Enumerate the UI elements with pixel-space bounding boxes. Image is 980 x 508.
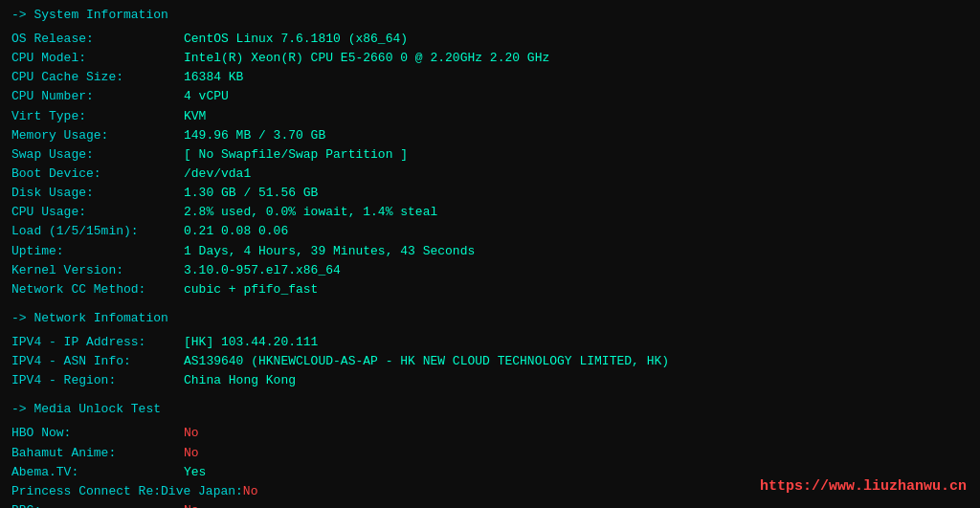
row-value: 4 vCPU [184,87,229,106]
info-row: BBC:No [11,501,969,508]
info-row: Virt Type:KVM [11,107,969,126]
row-label: Network CC Method: [11,280,184,299]
row-label: CPU Cache Size: [11,68,184,87]
info-row: Kernel Version:3.10.0-957.el7.x86_64 [11,261,969,280]
row-value: CentOS Linux 7.6.1810 (x86_64) [184,30,408,49]
info-row: Uptime:1 Days, 4 Hours, 39 Minutes, 43 S… [11,242,969,261]
terminal-container: -> System InformationOS Release:CentOS L… [11,8,969,508]
watermark: https://www.liuzhanwu.cn [760,478,967,495]
section-title-network-info: -> Network Infomation [11,311,969,325]
row-label: Princess Connect Re:Dive Japan: [11,482,243,501]
section-system-info: -> System InformationOS Release:CentOS L… [11,8,969,299]
row-value: AS139640 (HKNEWCLOUD-AS-AP - HK NEW CLOU… [184,352,669,371]
info-row: HBO Now:No [11,424,969,443]
row-label: CPU Usage: [11,203,184,222]
row-value: 1.30 GB / 51.56 GB [184,184,318,203]
info-row: OS Release:CentOS Linux 7.6.1810 (x86_64… [11,30,969,49]
section-title-media-unlock: -> Media Unlock Test [11,402,969,416]
row-label: Swap Usage: [11,145,184,165]
row-label: Boot Device: [11,165,184,184]
row-label: HBO Now: [11,424,184,443]
row-label: Memory Usage: [11,126,184,145]
row-value: cubic + pfifo_fast [184,280,318,299]
row-label: Kernel Version: [11,261,184,280]
info-row: CPU Number:4 vCPU [11,87,969,106]
row-label: IPV4 - IP Address: [11,333,184,352]
row-value: No [184,501,199,508]
info-row: Network CC Method:cubic + pfifo_fast [11,280,969,299]
row-value: China Hong Kong [184,371,296,390]
row-value: 0.21 0.08 0.06 [184,222,288,241]
row-label: CPU Model: [11,49,184,68]
row-label: OS Release: [11,30,184,49]
row-value: 1 Days, 4 Hours, 39 Minutes, 43 Seconds [184,242,475,261]
info-row: Boot Device:/dev/vda1 [11,165,969,184]
row-value: No [184,424,199,443]
row-value: [HK] 103.44.20.111 [184,333,318,352]
row-value: No [243,482,258,501]
row-label: IPV4 - Region: [11,371,184,390]
row-value: 149.96 MB / 3.70 GB [184,126,325,145]
row-label: Load (1/5/15min): [11,222,184,241]
section-network-info: -> Network InfomationIPV4 - IP Address:[… [11,311,969,390]
info-row: CPU Cache Size:16384 KB [11,68,969,87]
row-label: Abema.TV: [11,463,184,482]
info-row: CPU Usage:2.8% used, 0.0% iowait, 1.4% s… [11,203,969,222]
row-value: Yes [184,463,206,482]
info-row: Load (1/5/15min):0.21 0.08 0.06 [11,222,969,241]
row-value: No [184,444,199,463]
row-label: BBC: [11,501,184,508]
row-value: [ No Swapfile/Swap Partition ] [184,145,408,165]
row-value: /dev/vda1 [184,165,251,184]
info-row: CPU Model:Intel(R) Xeon(R) CPU E5-2660 0… [11,49,969,68]
row-value: KVM [184,107,206,126]
row-value: 3.10.0-957.el7.x86_64 [184,261,341,280]
row-label: Disk Usage: [11,184,184,203]
row-value: 2.8% used, 0.0% iowait, 1.4% steal [184,203,437,222]
row-value: 16384 KB [184,68,243,87]
info-row: Bahamut Anime:No [11,444,969,463]
row-label: CPU Number: [11,87,184,106]
row-label: Bahamut Anime: [11,444,184,463]
info-row: IPV4 - Region:China Hong Kong [11,371,969,390]
row-label: Virt Type: [11,107,184,126]
row-label: Uptime: [11,242,184,261]
info-row: IPV4 - ASN Info:AS139640 (HKNEWCLOUD-AS-… [11,352,969,371]
section-title-system-info: -> System Information [11,8,969,22]
info-row: IPV4 - IP Address:[HK] 103.44.20.111 [11,333,969,352]
row-value: Intel(R) Xeon(R) CPU E5-2660 0 @ 2.20GHz… [184,49,549,68]
info-row: Disk Usage:1.30 GB / 51.56 GB [11,184,969,203]
info-row: Swap Usage:[ No Swapfile/Swap Partition … [11,145,969,165]
row-label: IPV4 - ASN Info: [11,352,184,371]
info-row: Memory Usage:149.96 MB / 3.70 GB [11,126,969,145]
